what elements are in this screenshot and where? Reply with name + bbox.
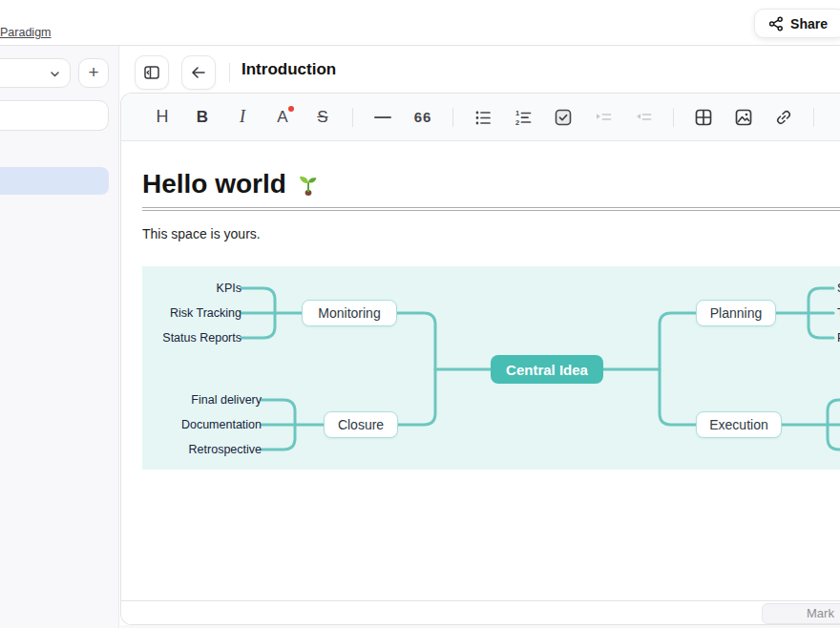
chevron-down-icon <box>49 68 61 80</box>
sidebar-item-selected[interactable] <box>0 167 109 195</box>
header-divider <box>229 63 230 82</box>
document-footer: Mark <box>121 600 840 624</box>
seedling-emoji-icon <box>296 172 321 197</box>
link-icon <box>774 108 793 127</box>
mindmap-leaf-kpis[interactable]: KPIs <box>142 281 242 296</box>
table-icon <box>694 108 713 127</box>
share-button[interactable]: Share <box>754 9 840 38</box>
heading-icon: H <box>157 107 169 127</box>
heading-button[interactable]: H <box>146 102 178 133</box>
formatting-toolbar: H B I A S 66 1 2 <box>121 94 840 141</box>
numbered-list-button[interactable]: 1 2 <box>507 102 539 133</box>
toggle-sidebar-button[interactable] <box>135 55 169 90</box>
indent-button[interactable] <box>587 102 620 133</box>
strikethrough-button[interactable]: S <box>306 102 339 133</box>
quote-button[interactable]: 66 <box>407 102 439 133</box>
strikethrough-icon: S <box>317 108 327 127</box>
toolbar-divider <box>673 108 674 127</box>
bold-icon: B <box>197 108 208 127</box>
svg-text:2: 2 <box>515 117 519 126</box>
svg-text:1: 1 <box>515 109 519 117</box>
back-button[interactable] <box>181 55 216 90</box>
sidebar: + <box>0 46 119 628</box>
workspace-selector-dropdown[interactable] <box>0 58 71 88</box>
new-doc-button[interactable]: + <box>78 58 109 88</box>
page-title: Introduction <box>242 60 336 79</box>
mindmap-node-monitoring[interactable]: Monitoring <box>302 300 397 326</box>
toolbar-divider <box>813 108 814 127</box>
horizontal-rule-icon <box>374 116 391 118</box>
italic-icon: I <box>240 107 245 127</box>
document-content: Hello world This space is yours. <box>121 141 840 601</box>
arrow-left-icon <box>190 64 207 81</box>
share-label: Share <box>790 16 828 31</box>
mindmap-node-execution[interactable]: Execution <box>696 411 782 438</box>
share-icon <box>768 16 784 31</box>
toolbar-divider <box>352 108 353 127</box>
image-button[interactable] <box>727 102 760 133</box>
indent-icon <box>594 108 613 127</box>
text-color-button[interactable]: A <box>266 102 299 133</box>
mindmap-leaf-documentation[interactable]: Documentation <box>142 417 262 432</box>
toolbar-divider <box>452 108 453 127</box>
document-divider <box>142 207 840 211</box>
markdown-button[interactable]: Mark <box>762 603 840 624</box>
quote-icon: 66 <box>414 109 432 125</box>
mindmap-node-central-idea[interactable]: Central Idea <box>491 355 603 384</box>
bulleted-list-button[interactable] <box>467 102 499 133</box>
top-bar: Paradigm Share <box>0 0 840 46</box>
sidebar-toggle-icon <box>143 64 160 81</box>
mindmap-block[interactable]: Central Idea Monitoring Closure Planning… <box>142 266 840 470</box>
document-panel: H B I A S 66 1 2 <box>120 93 840 625</box>
mindmap-leaf-final-delivery[interactable]: Final delivery <box>142 392 262 408</box>
italic-button[interactable]: I <box>226 102 259 133</box>
sidebar-search-input[interactable] <box>0 100 109 131</box>
document-title[interactable]: Hello world <box>142 170 840 199</box>
horizontal-rule-button[interactable] <box>367 102 399 133</box>
todo-checkbox-icon <box>554 108 573 127</box>
todo-checkbox-button[interactable] <box>547 102 579 133</box>
mindmap-leaf-risk-tracking[interactable]: Risk Tracking <box>142 305 242 321</box>
workspace-link[interactable]: Paradigm <box>0 26 52 39</box>
image-icon <box>734 108 753 127</box>
numbered-list-icon: 1 2 <box>514 108 533 127</box>
bulleted-list-icon <box>473 108 493 127</box>
table-button[interactable] <box>687 102 720 133</box>
document-header: Introduction <box>120 46 840 93</box>
document-title-text: Hello world <box>142 170 286 199</box>
mindmap-leaf-status-reports[interactable]: Status Reports <box>142 330 242 345</box>
mindmap-leaf-retrospective[interactable]: Retrospective <box>142 442 262 457</box>
mindmap-node-closure[interactable]: Closure <box>324 411 398 438</box>
outdent-button[interactable] <box>627 102 660 133</box>
document-paragraph[interactable]: This space is yours. <box>142 226 840 241</box>
bold-button[interactable]: B <box>186 102 219 133</box>
text-color-icon: A <box>277 108 287 127</box>
mindmap-node-planning[interactable]: Planning <box>696 300 776 326</box>
link-button[interactable] <box>767 102 800 133</box>
outdent-icon <box>634 108 653 127</box>
